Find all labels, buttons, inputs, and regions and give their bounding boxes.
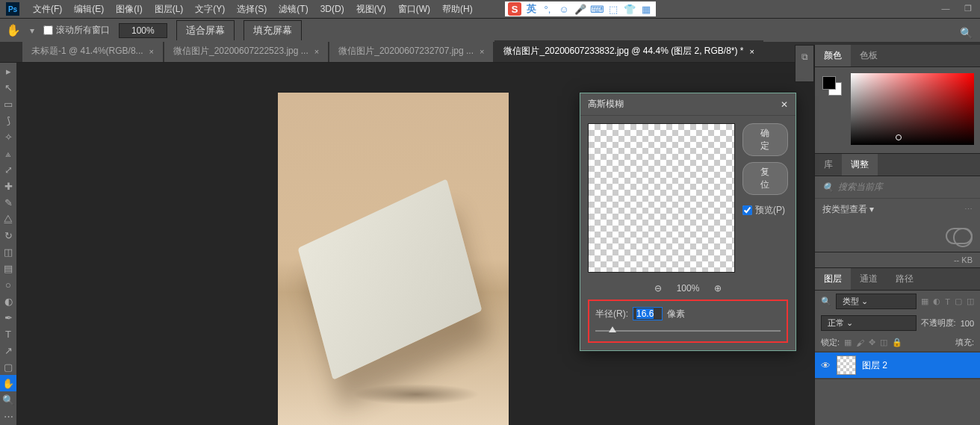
- mic-icon[interactable]: 🎤: [574, 2, 587, 16]
- eraser-tool[interactable]: ◫: [0, 243, 16, 260]
- tool-preset-dropdown[interactable]: ▾: [30, 25, 34, 36]
- library-search[interactable]: 🔍搜索当前库: [815, 176, 980, 198]
- hand-tool[interactable]: ✋: [0, 375, 16, 391]
- skin-icon[interactable]: ⬚: [607, 2, 620, 16]
- menu-select[interactable]: 选择(S): [231, 1, 273, 18]
- document-canvas[interactable]: [278, 93, 509, 425]
- tab-3[interactable]: 微信图片_20200607232707.jpg ...×: [329, 40, 493, 62]
- sogou-icon[interactable]: S: [508, 2, 521, 16]
- paths-tab[interactable]: 路径: [887, 268, 922, 290]
- path-tool[interactable]: ↗: [0, 342, 16, 359]
- channels-tab[interactable]: 通道: [851, 268, 887, 290]
- layer-row[interactable]: 👁 图层 2: [815, 353, 980, 378]
- preview-checkbox[interactable]: 预览(P): [742, 204, 788, 217]
- layer-name[interactable]: 图层 2: [862, 359, 887, 372]
- color-tab[interactable]: 颜色: [815, 45, 851, 66]
- crop-tool[interactable]: ⟁: [0, 145, 16, 161]
- shape-tool[interactable]: ▢: [0, 359, 16, 375]
- fill-screen-button[interactable]: 填充屏幕: [244, 20, 302, 41]
- restore-button[interactable]: ❐: [959, 1, 977, 15]
- filter-pixel-icon[interactable]: ▦: [921, 297, 928, 306]
- view-by-type[interactable]: 按类型查看 ▾: [822, 203, 874, 216]
- menu-help[interactable]: 帮助(H): [436, 1, 479, 18]
- adjustments-tab[interactable]: 调整: [842, 154, 878, 176]
- color-field[interactable]: [851, 73, 974, 145]
- close-icon[interactable]: ×: [750, 47, 754, 56]
- toolbox-icon[interactable]: ▦: [639, 2, 653, 16]
- filter-adjust-icon[interactable]: ◐: [933, 297, 940, 306]
- ime-punct-icon[interactable]: °,: [541, 2, 554, 16]
- filter-type-icon[interactable]: T: [945, 297, 950, 306]
- libraries-tab[interactable]: 库: [815, 154, 842, 176]
- reset-button[interactable]: 复位: [742, 162, 788, 195]
- more-tools[interactable]: ⋯: [0, 408, 16, 424]
- scroll-all-checkbox[interactable]: 滚动所有窗口: [43, 24, 110, 37]
- fit-screen-button[interactable]: 适合屏幕: [176, 20, 235, 41]
- more-icon[interactable]: ⋯: [964, 205, 973, 214]
- eyedropper-tool[interactable]: ⤢: [0, 161, 16, 178]
- lock-trans-icon[interactable]: ▦: [844, 338, 852, 347]
- ime-lang[interactable]: 英: [524, 2, 538, 16]
- tab-2[interactable]: 微信图片_20200607222523.jpg ...×: [164, 40, 328, 62]
- fg-color[interactable]: [822, 76, 836, 90]
- zoom-tool[interactable]: 🔍: [0, 391, 16, 408]
- search-icon[interactable]: 🔍: [960, 27, 973, 39]
- blur-tool[interactable]: ○: [0, 276, 16, 293]
- menu-type[interactable]: 文字(Y): [189, 1, 231, 18]
- filter-smart-icon[interactable]: ◫: [967, 297, 974, 306]
- lasso-tool[interactable]: ⟆: [0, 112, 16, 128]
- menu-file[interactable]: 文件(F): [27, 1, 68, 18]
- menu-edit[interactable]: 编辑(E): [68, 1, 110, 18]
- radius-slider[interactable]: [595, 326, 781, 335]
- collapsed-panel-strip[interactable]: ⧉: [795, 45, 814, 82]
- tab-4[interactable]: 微信图片_20200607233832.jpg @ 44.4% (图层 2, R…: [494, 40, 763, 62]
- move-tool[interactable]: ↖: [0, 79, 16, 96]
- type-tool[interactable]: T: [0, 326, 16, 342]
- close-icon[interactable]: ×: [314, 47, 319, 56]
- shirt-icon[interactable]: 👕: [623, 2, 636, 16]
- menu-filter[interactable]: 滤镜(T): [273, 1, 314, 18]
- opacity-value[interactable]: 100: [961, 319, 974, 328]
- radius-input[interactable]: 16.6: [633, 307, 663, 320]
- gradient-tool[interactable]: ▤: [0, 260, 16, 276]
- keyboard-icon[interactable]: ⌨: [590, 2, 604, 16]
- filter-shape-icon[interactable]: ▢: [955, 297, 962, 306]
- pen-tool[interactable]: ✒: [0, 309, 16, 326]
- zoom-out-icon[interactable]: ⊖: [654, 283, 662, 294]
- tab-1[interactable]: 未标题-1 @ 41.4%(RGB/8...×: [22, 40, 163, 62]
- fg-bg-swatches[interactable]: [822, 76, 842, 96]
- wand-tool[interactable]: ✧: [0, 128, 16, 145]
- filter-kind[interactable]: 类型 ⌄: [836, 294, 917, 309]
- history-brush-tool[interactable]: ↻: [0, 227, 16, 243]
- menu-layer[interactable]: 图层(L): [149, 1, 190, 18]
- zoom-in-icon[interactable]: ⊕: [714, 283, 722, 294]
- ime-toolbar[interactable]: S 英 °, ☺ 🎤 ⌨ ⬚ 👕 ▦: [505, 1, 656, 16]
- layers-tab[interactable]: 图层: [815, 268, 851, 290]
- ok-button[interactable]: 确定: [742, 123, 788, 156]
- stamp-tool[interactable]: ⧋: [0, 211, 16, 227]
- menu-window[interactable]: 窗口(W): [392, 1, 436, 18]
- preview-area[interactable]: [588, 123, 735, 273]
- heal-tool[interactable]: ✚: [0, 178, 16, 194]
- brush-tool[interactable]: ✎: [0, 194, 16, 211]
- close-icon[interactable]: ×: [149, 47, 154, 56]
- blend-mode[interactable]: 正常 ⌄: [821, 315, 917, 331]
- lock-paint-icon[interactable]: 🖌: [856, 338, 864, 347]
- close-icon[interactable]: ×: [480, 47, 484, 56]
- swatches-tab[interactable]: 色板: [851, 45, 887, 66]
- history-icon[interactable]: ⧉: [801, 52, 808, 62]
- layer-thumbnail[interactable]: [837, 356, 856, 375]
- dodge-tool[interactable]: ◐: [0, 293, 16, 309]
- emoji-icon[interactable]: ☺: [557, 2, 571, 16]
- menu-3d[interactable]: 3D(D): [314, 1, 350, 16]
- visibility-icon[interactable]: 👁: [821, 360, 831, 371]
- lock-artboard-icon[interactable]: ◫: [880, 338, 887, 347]
- menu-image[interactable]: 图像(I): [110, 1, 148, 18]
- lock-pos-icon[interactable]: ✥: [869, 338, 875, 347]
- lock-all-icon[interactable]: 🔒: [892, 338, 902, 347]
- zoom-level[interactable]: 100%: [119, 23, 167, 38]
- expand-icon[interactable]: ▸: [0, 63, 16, 79]
- slider-thumb[interactable]: [609, 326, 616, 332]
- menu-view[interactable]: 视图(V): [350, 1, 392, 18]
- minimize-button[interactable]: —: [937, 1, 955, 15]
